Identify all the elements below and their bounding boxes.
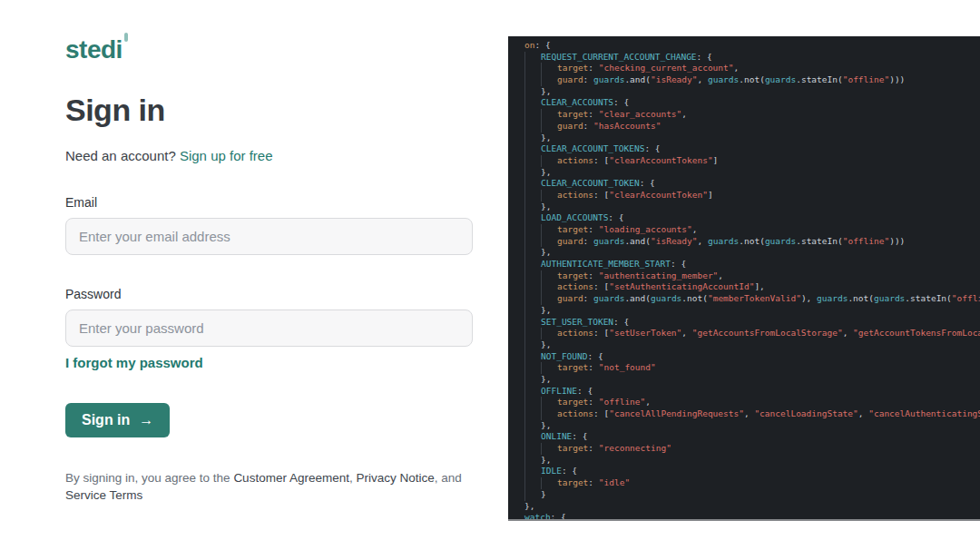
signup-link[interactable]: Sign up for free (180, 148, 273, 163)
code-line: target: "reconnecting" (524, 443, 980, 455)
signin-page: stedi Sign in Need an account? Sign up f… (0, 0, 980, 560)
code-line: }, (524, 247, 980, 259)
footer-text: , and (435, 471, 462, 485)
code-line: target: "clear_accounts", (524, 109, 980, 121)
code-line: CLEAR_ACCOUNT_TOKEN: { (524, 178, 980, 190)
footer-text: By signing in, you agree to the (65, 471, 233, 485)
code-line: guard: guards.and("isReady", guards.not(… (524, 236, 980, 248)
code-line: LOAD_ACCOUNTS: { (524, 212, 980, 224)
code-line: SET_USER_TOKEN: { (524, 317, 980, 329)
code-lines: on: {REQUEST_CURRENT_ACCOUNT_CHANGE: {ta… (508, 36, 980, 521)
sign-in-button-label: Sign in (82, 412, 130, 428)
email-input[interactable] (65, 218, 473, 255)
code-line: actions: ["clearAccountToken"] (524, 190, 980, 201)
code-line: target: "authenticating_member", (524, 270, 980, 282)
code-line: }, (524, 86, 980, 98)
password-label: Password (65, 287, 121, 301)
page-title: Sign in (65, 93, 165, 128)
code-line: }, (524, 374, 980, 386)
code-line: }, (524, 501, 980, 513)
stedi-logo: stedi (65, 33, 128, 64)
logo-mark (124, 33, 128, 42)
code-line: guard: guards.and(guards.not("memberToke… (524, 293, 980, 305)
code-line: target: "offline", (524, 397, 980, 408)
forgot-password-link[interactable]: I forgot my password (65, 355, 203, 370)
signup-row: Need an account? Sign up for free (65, 148, 273, 163)
code-line: }, (524, 133, 980, 144)
code-line: guard: guards.and("isReady", guards.not(… (524, 74, 980, 86)
code-line: CLEAR_ACCOUNT_TOKENS: { (524, 143, 980, 155)
footer-link[interactable]: Customer Agreement (233, 471, 349, 485)
password-input[interactable] (65, 309, 473, 347)
code-line: actions: ["clearAccountTokens"] (524, 155, 980, 167)
code-line: CLEAR_ACCOUNTS: { (524, 97, 980, 109)
code-line: OFFLINE: { (524, 386, 980, 398)
code-line: target: "not_found" (524, 362, 980, 374)
code-line: } (524, 489, 980, 501)
code-line: AUTHENTICATE_MEMBER_START: { (524, 259, 980, 270)
code-line: }, (524, 455, 980, 467)
code-line: }, (524, 201, 980, 213)
footer-link[interactable]: Service Terms (65, 488, 142, 502)
code-line: IDLE: { (524, 466, 980, 477)
code-line: actions: ["setAuthenticatingAccountId"], (524, 281, 980, 293)
footer-agreement: By signing in, you agree to the Customer… (65, 469, 473, 504)
signup-prompt: Need an account? (65, 148, 180, 163)
code-line: actions: ["cancelAllPendingRequests", "c… (524, 408, 980, 420)
code-line: target: "checking_current_account", (524, 63, 980, 74)
code-line: }, (524, 420, 980, 432)
code-line: }, (524, 305, 980, 317)
sign-in-button[interactable]: Sign in→ (65, 403, 170, 437)
logo-text: stedi (65, 35, 122, 64)
code-line: }, (524, 339, 980, 351)
email-label: Email (65, 195, 97, 210)
code-line: guard: "hasAccounts" (524, 121, 980, 133)
code-line: NOT_FOUND: { (524, 351, 980, 363)
code-line: watch: { (524, 512, 980, 521)
code-line: target: "loading_accounts", (524, 224, 980, 236)
code-line: ONLINE: { (524, 431, 980, 443)
code-line: }, (524, 167, 980, 179)
code-line: REQUEST_CURRENT_ACCOUNT_CHANGE: { (524, 52, 980, 64)
code-line: target: "idle" (524, 477, 980, 489)
code-line: on: { (524, 40, 980, 52)
code-panel: on: {REQUEST_CURRENT_ACCOUNT_CHANGE: {ta… (508, 36, 980, 521)
arrow-right-icon: → (139, 412, 153, 428)
footer-link[interactable]: Privacy Notice (356, 471, 434, 485)
code-line: actions: ["setUserToken", "getAccountsFr… (524, 328, 980, 339)
